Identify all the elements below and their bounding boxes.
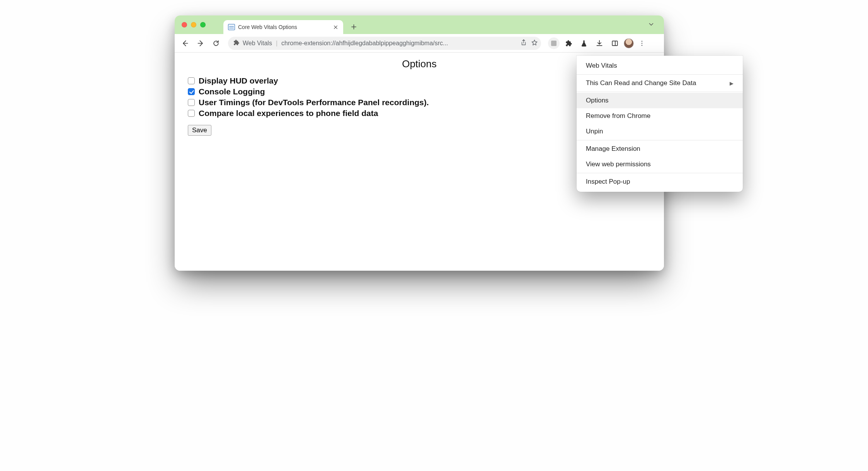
labs-flask-icon[interactable] bbox=[577, 37, 591, 50]
svg-point-3 bbox=[642, 44, 643, 46]
bookmark-star-icon[interactable] bbox=[531, 39, 538, 48]
option-label: Console Logging bbox=[199, 87, 265, 96]
browser-tab[interactable]: Core Web Vitals Options bbox=[223, 20, 343, 34]
ctx-view-permissions[interactable]: View web permissions bbox=[577, 157, 743, 172]
forward-button[interactable] bbox=[194, 37, 207, 50]
toolbar: Web Vitals | chrome-extension://ahfhijdl… bbox=[175, 34, 664, 53]
ctx-header: Web Vitals bbox=[577, 58, 743, 73]
tab-strip: Core Web Vitals Options bbox=[175, 15, 664, 34]
ctx-options[interactable]: Options bbox=[577, 93, 743, 108]
ctx-remove[interactable]: Remove from Chrome bbox=[577, 108, 743, 124]
browser-window: Core Web Vitals Options bbox=[175, 15, 664, 271]
profile-avatar-button[interactable] bbox=[624, 38, 634, 48]
active-extension-button[interactable] bbox=[548, 38, 560, 49]
option-compare-field-data-checkbox[interactable] bbox=[188, 110, 195, 117]
fullscreen-window-button[interactable] bbox=[200, 22, 206, 27]
main-menu-button[interactable] bbox=[636, 38, 648, 49]
tab-title: Core Web Vitals Options bbox=[238, 24, 329, 30]
window-controls bbox=[182, 22, 206, 27]
option-user-timings-checkbox[interactable] bbox=[188, 99, 195, 106]
extension-generic-icon bbox=[551, 41, 557, 46]
reload-button[interactable] bbox=[209, 37, 223, 50]
ctx-view-permissions-label: View web permissions bbox=[586, 160, 651, 168]
option-label: Compare local experiences to phone field… bbox=[199, 109, 378, 118]
ctx-site-data-label: This Can Read and Change Site Data bbox=[586, 79, 696, 87]
ctx-unpin[interactable]: Unpin bbox=[577, 124, 743, 139]
extensions-menu-button[interactable] bbox=[562, 37, 575, 50]
tab-favicon-icon bbox=[228, 24, 235, 30]
ctx-header-label: Web Vitals bbox=[586, 62, 617, 70]
ctx-divider bbox=[577, 173, 743, 173]
extension-puzzle-icon bbox=[233, 39, 240, 48]
svg-point-1 bbox=[642, 41, 643, 42]
back-button[interactable] bbox=[179, 37, 192, 50]
option-display-hud-checkbox[interactable] bbox=[188, 77, 195, 84]
address-separator: | bbox=[276, 40, 277, 47]
ctx-divider bbox=[577, 140, 743, 140]
option-label: Display HUD overlay bbox=[199, 76, 278, 85]
ctx-divider bbox=[577, 74, 743, 75]
new-tab-button[interactable] bbox=[348, 21, 359, 32]
close-window-button[interactable] bbox=[182, 22, 187, 27]
address-extension-name: Web Vitals bbox=[243, 40, 272, 47]
address-url: chrome-extension://ahfhijdlegdabablpippe… bbox=[281, 40, 517, 47]
ctx-manage-extension[interactable]: Manage Extension bbox=[577, 141, 743, 157]
save-button[interactable]: Save bbox=[188, 125, 211, 136]
ctx-unpin-label: Unpin bbox=[586, 128, 603, 135]
ctx-inspect-label: Inspect Pop-up bbox=[586, 178, 630, 186]
ctx-manage-label: Manage Extension bbox=[586, 145, 640, 153]
ctx-options-label: Options bbox=[586, 97, 609, 104]
tab-close-button[interactable] bbox=[332, 24, 339, 30]
ctx-divider bbox=[577, 92, 743, 92]
chevron-right-icon: ▶ bbox=[730, 80, 734, 86]
ctx-site-data[interactable]: This Can Read and Change Site Data ▶ bbox=[577, 75, 743, 91]
address-bar[interactable]: Web Vitals | chrome-extension://ahfhijdl… bbox=[228, 37, 541, 50]
option-label: User Timings (for DevTools Performance P… bbox=[199, 98, 429, 107]
svg-point-2 bbox=[642, 43, 643, 44]
extension-context-menu: Web Vitals This Can Read and Change Site… bbox=[577, 56, 743, 192]
ctx-inspect-popup[interactable]: Inspect Pop-up bbox=[577, 174, 743, 189]
minimize-window-button[interactable] bbox=[191, 22, 196, 27]
side-panel-button[interactable] bbox=[608, 37, 621, 50]
share-icon[interactable] bbox=[520, 39, 527, 48]
tab-overflow-button[interactable] bbox=[648, 21, 655, 29]
option-console-logging-checkbox[interactable] bbox=[188, 88, 195, 95]
ctx-remove-label: Remove from Chrome bbox=[586, 112, 650, 120]
downloads-button[interactable] bbox=[593, 37, 606, 50]
